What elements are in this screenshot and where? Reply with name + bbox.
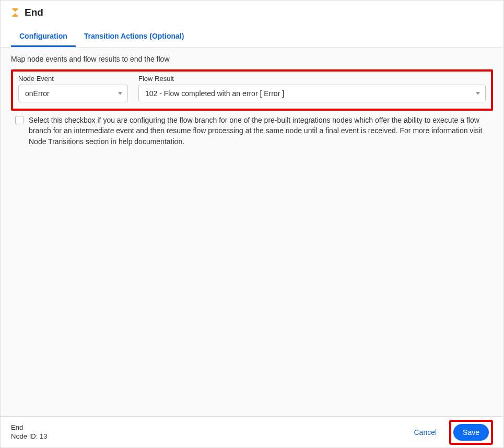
chevron-down-icon	[118, 92, 122, 95]
tab-transition-actions[interactable]: Transition Actions (Optional)	[76, 27, 193, 47]
tabs-bar: Configuration Transition Actions (Option…	[1, 27, 503, 48]
content-description: Map node events and flow results to end …	[11, 55, 493, 63]
node-event-select[interactable]: onError	[18, 85, 128, 102]
footer-node-id: Node ID: 13	[11, 432, 47, 441]
resume-checkbox[interactable]	[15, 116, 24, 124]
checkbox-text: Select this checkbox if you are configur…	[29, 115, 488, 147]
save-button[interactable]: Save	[453, 424, 489, 441]
cancel-button[interactable]: Cancel	[414, 428, 437, 437]
flow-result-select[interactable]: 102 - Flow completed with an error [ Err…	[138, 85, 486, 102]
footer-info: End Node ID: 13	[11, 423, 47, 441]
highlight-box: Node Event onError Flow Result 102 - Flo…	[11, 69, 493, 111]
page-title: End	[25, 7, 43, 18]
flow-result-label: Flow Result	[138, 75, 486, 82]
footer: End Node ID: 13 Cancel Save	[1, 416, 503, 447]
svg-rect-1	[13, 16, 18, 17]
hourglass-icon	[11, 8, 19, 17]
node-event-field-group: Node Event onError	[18, 75, 128, 102]
footer-node-name: End	[11, 423, 47, 432]
tab-configuration[interactable]: Configuration	[11, 27, 76, 47]
node-event-value: onError	[25, 89, 50, 98]
flow-result-value: 102 - Flow completed with an error [ Err…	[145, 89, 284, 98]
svg-rect-0	[13, 8, 18, 9]
node-event-label: Node Event	[18, 75, 128, 82]
chevron-down-icon	[476, 92, 480, 95]
checkbox-row: Select this checkbox if you are configur…	[11, 115, 493, 147]
save-highlight: Save	[449, 420, 493, 445]
flow-result-field-group: Flow Result 102 - Flow completed with an…	[138, 75, 486, 102]
content-area: Map node events and flow results to end …	[1, 48, 503, 419]
footer-actions: Cancel Save	[414, 420, 493, 445]
fields-row: Node Event onError Flow Result 102 - Flo…	[18, 75, 486, 102]
page-header: End	[1, 1, 503, 22]
